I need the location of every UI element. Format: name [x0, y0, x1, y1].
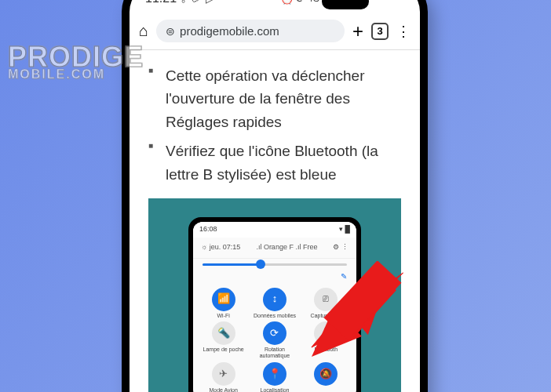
status-icon-2: ⪧	[190, 0, 201, 5]
browser-toolbar: ⌂ ⊜ prodigemobile.com + 3 ⋮	[130, 13, 420, 50]
network-type: 4G	[308, 0, 319, 3]
inner-qs-header: ☼ jeu. 07:15 .ıl Orange F .ıl Free ⚙ ⋮	[193, 238, 356, 259]
watermark: PRODIGE MOBILE.COM	[8, 43, 144, 81]
qs-tile: 📶Wi-Fi	[198, 288, 249, 319]
home-icon[interactable]: ⌂	[139, 22, 148, 40]
inner-status-bar: 16:08 ▾ █	[193, 222, 356, 238]
qs-tile: 🔕	[301, 362, 352, 392]
embedded-screenshot: 16:08 ▾ █ ☼ jeu. 07:15 .ıl Orange F .ıl …	[148, 198, 401, 392]
qs-tile: ✈Mode Avion	[198, 362, 249, 392]
list-item: Cette opération va déclencher l'ouvertur…	[148, 64, 401, 133]
camera-cutout	[322, 0, 369, 9]
url-bar[interactable]: ⊜ prodigemobile.com	[156, 20, 345, 42]
alarm-icon: ⏰	[280, 0, 294, 5]
red-arrow-annotation	[307, 261, 409, 363]
list-item: Vérifiez que l'icône Bluetooth (la lettr…	[148, 140, 401, 186]
phone-frame: 11:21 ⫱ ⪧ ▷ ⏰ ⟳ 4G 📶 0 % ⌂ ⊜ prodigemobi…	[122, 0, 428, 392]
menu-icon[interactable]: ⋮	[396, 23, 411, 40]
new-tab-icon[interactable]: +	[352, 20, 363, 42]
qs-tile: 🔦Lampe de poche	[198, 321, 249, 358]
qs-tile: ↕Données mobiles	[249, 288, 300, 319]
qs-tile: 📍Localisation	[249, 362, 300, 392]
url-text: prodigemobile.com	[180, 24, 279, 38]
site-settings-icon: ⊜	[166, 25, 175, 38]
qs-tile: ⟳Rotation automatique	[249, 321, 300, 358]
tab-switcher[interactable]: 3	[371, 23, 389, 40]
status-bar: 11:21 ⫱ ⪧ ▷ ⏰ ⟳ 4G 📶 0 %	[130, 0, 420, 13]
status-icon-play: ▷	[206, 0, 214, 5]
sync-icon: ⟳	[296, 0, 305, 5]
article-content: Cette opération va déclencher l'ouvertur…	[130, 50, 420, 392]
status-time: 11:21	[145, 0, 177, 5]
status-icon-1: ⫱	[181, 0, 185, 5]
